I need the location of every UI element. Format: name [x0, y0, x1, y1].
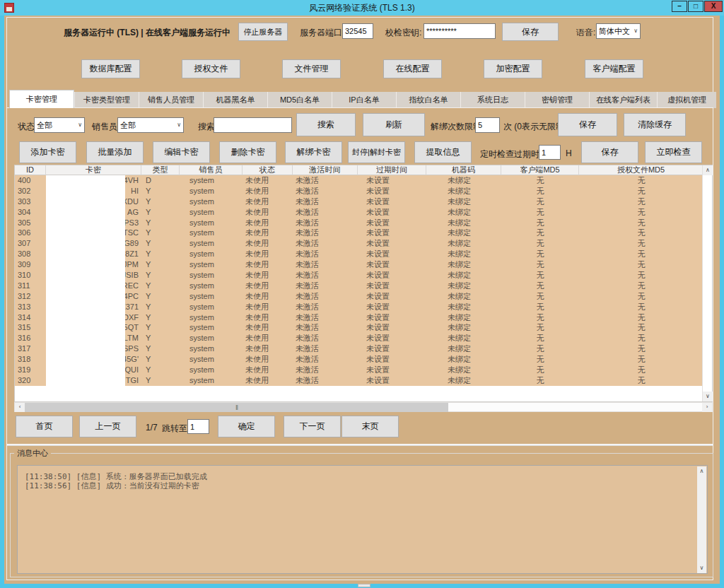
database-config-button[interactable]: 数据库配置	[81, 59, 140, 78]
table-cell: 未绑定	[426, 238, 501, 249]
next-page-button[interactable]: 下一页	[284, 416, 341, 437]
scroll-down-icon[interactable]: ∨	[703, 392, 713, 401]
table-cell: 无	[501, 175, 579, 186]
table-cell: 313	[15, 302, 46, 312]
table-cell: 无	[501, 207, 579, 218]
batch-add-button[interactable]: 批量添加	[86, 141, 144, 163]
column-header-activate-time[interactable]: 激活时间	[293, 165, 358, 175]
table-cell: 未设置	[358, 343, 426, 354]
table-cell: 未设置	[358, 175, 426, 186]
auth-file-button[interactable]: 授权文件	[182, 59, 240, 78]
search-button[interactable]: 搜索	[296, 113, 356, 136]
table-cell: 无	[579, 196, 703, 207]
save-server-button[interactable]: 保存	[502, 23, 559, 41]
horizontal-scrollbar-thumb[interactable]: |||	[25, 403, 448, 412]
check-now-button[interactable]: 立即检查	[645, 141, 702, 163]
scroll-left-icon[interactable]: ‹	[15, 403, 25, 412]
message-vertical-scrollbar[interactable]: ∧ ∨	[697, 466, 706, 573]
file-manage-button[interactable]: 文件管理	[282, 59, 341, 78]
table-cell: 无	[579, 228, 703, 238]
table-cell: 未激活	[293, 322, 358, 333]
column-header-id[interactable]: ID	[15, 165, 46, 175]
status-filter-select[interactable]: 全部 ∨	[34, 117, 85, 133]
table-cell: 未绑定	[426, 343, 501, 354]
table-vertical-scrollbar[interactable]: ∧ ∨	[702, 165, 712, 401]
seller-filter-select[interactable]: 全部 ∨	[117, 117, 184, 133]
column-header-authfile-md5[interactable]: 授权文件MD5	[579, 165, 703, 175]
unbind-limit-input[interactable]: 5	[475, 117, 500, 133]
scroll-down-icon[interactable]: ∨	[697, 563, 706, 573]
table-cell: system	[180, 291, 243, 302]
scroll-up-icon[interactable]: ∧	[697, 466, 706, 476]
client-config-button[interactable]: 客户端配置	[585, 59, 643, 78]
confirm-jump-button[interactable]: 确定	[218, 416, 275, 437]
tab-card-type-manage[interactable]: 卡密类型管理	[74, 92, 139, 108]
table-cell: 未使用	[243, 354, 293, 365]
scroll-up-icon[interactable]: ∧	[703, 165, 713, 175]
add-card-button[interactable]: 添加卡密	[19, 141, 76, 163]
close-button[interactable]: X	[704, 1, 723, 12]
clear-cache-button[interactable]: 清除缓存	[624, 113, 686, 136]
timer-check-input[interactable]: 1	[539, 145, 561, 160]
column-header-card-key[interactable]: 卡密	[46, 165, 141, 175]
tab-vm-manage[interactable]: 虚拟机管理	[657, 92, 716, 108]
table-cell: 未使用	[243, 343, 293, 354]
table-cell: Y	[141, 343, 180, 354]
tab-online-clients[interactable]: 在线客户端列表	[589, 92, 657, 108]
table-cell: Y	[141, 354, 180, 365]
tab-system-log[interactable]: 系统日志	[460, 92, 525, 108]
last-page-button[interactable]: 末页	[341, 416, 399, 437]
table-horizontal-scrollbar[interactable]: ‹ ||| ›	[14, 402, 713, 412]
search-input[interactable]	[214, 117, 292, 133]
column-header-expire-time[interactable]: 过期时间	[358, 165, 426, 175]
table-cell: 无	[579, 259, 703, 270]
seller-filter-value: 全部	[120, 121, 136, 129]
first-page-button[interactable]: 首页	[16, 416, 73, 437]
table-cell: system	[180, 354, 243, 365]
tab-seller-manage[interactable]: 销售人员管理	[139, 92, 203, 108]
stop-server-button[interactable]: 停止服务器	[238, 23, 288, 41]
ban-unban-card-button[interactable]: 封停|解封卡密	[348, 141, 405, 163]
tab-key-manage[interactable]: 密钥管理	[525, 92, 589, 108]
unbind-card-button[interactable]: 解绑卡密	[285, 141, 342, 163]
save-limit-button[interactable]: 保存	[558, 113, 617, 136]
column-header-machine-code[interactable]: 机器码	[426, 165, 501, 175]
table-cell: 未激活	[293, 259, 358, 270]
tab-ip-whitelist[interactable]: IP白名单	[332, 92, 396, 108]
refresh-button[interactable]: 刷新	[363, 113, 425, 136]
table-cell: 无	[579, 291, 703, 302]
online-config-button[interactable]: 在线配置	[383, 59, 442, 78]
tab-machine-blacklist[interactable]: 机器黑名单	[203, 92, 267, 108]
resize-grip[interactable]	[358, 584, 370, 587]
tab-card-manage[interactable]: 卡密管理	[9, 90, 74, 108]
check-key-input[interactable]: **********	[424, 23, 496, 39]
window-border-right	[720, 16, 724, 584]
delete-card-button[interactable]: 删除卡密	[219, 141, 276, 163]
column-header-type[interactable]: 类型	[141, 165, 180, 175]
minimize-button[interactable]: –	[672, 1, 687, 12]
maximize-button[interactable]: □	[688, 1, 703, 12]
prev-page-button[interactable]: 上一页	[79, 416, 136, 437]
jump-page-input[interactable]: 1	[187, 419, 209, 434]
encrypt-config-button[interactable]: 加密配置	[484, 59, 542, 78]
table-cell: Y	[141, 249, 180, 259]
table-cell: system	[180, 333, 243, 343]
message-log-area[interactable]: [11:38:50] [信息] 系统：服务器界面已加载完成 [11:38:56]…	[17, 465, 708, 574]
table-cell: 未激活	[293, 175, 358, 186]
tab-md5-whitelist[interactable]: MD5白名单	[267, 92, 332, 108]
extract-info-button[interactable]: 提取信息	[414, 141, 472, 163]
scroll-right-icon[interactable]: ›	[702, 403, 712, 412]
table-cell: 未使用	[243, 322, 293, 333]
table-cell: 400	[15, 175, 46, 186]
table-cell: 无	[579, 207, 703, 218]
save-timer-button[interactable]: 保存	[581, 141, 638, 163]
language-select[interactable]: 简体中文 ∨	[596, 23, 641, 39]
column-header-status[interactable]: 状态	[243, 165, 293, 175]
table-cell: 无	[501, 322, 579, 333]
tab-fingerprint-whitelist[interactable]: 指纹白名单	[396, 92, 460, 108]
column-header-seller[interactable]: 销售员	[180, 165, 243, 175]
table-cell: 无	[579, 375, 703, 386]
edit-card-button[interactable]: 编辑卡密	[153, 141, 210, 163]
server-port-input[interactable]: 32545	[342, 23, 373, 39]
column-header-client-md5[interactable]: 客户端MD5	[501, 165, 579, 175]
